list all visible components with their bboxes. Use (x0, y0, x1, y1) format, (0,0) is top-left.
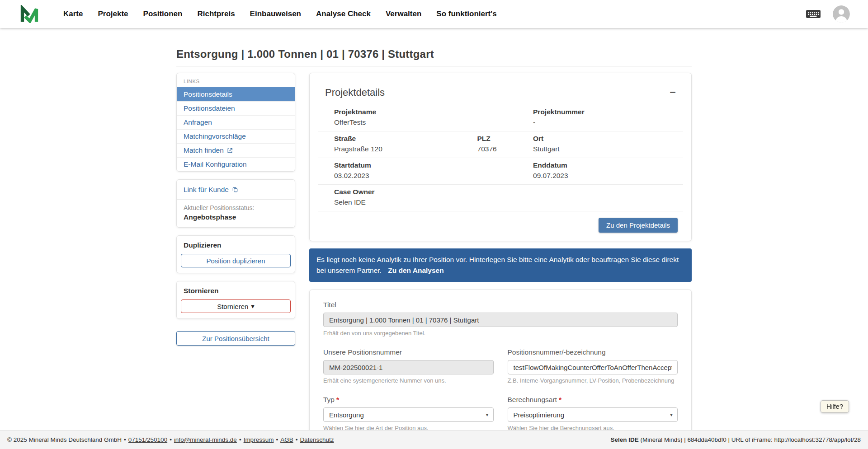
field-value: - (533, 118, 683, 126)
sidebar-links-card: LINKS Positionsdetails Positionsdateien … (176, 73, 295, 172)
sidebar-item-match-finden[interactable]: Match finden (177, 143, 295, 157)
positionsnummer-helper: Erhält eine systemgenerierte Nummer von … (323, 377, 494, 384)
bezeichnung-label: Positionsnummer/-bezeichnung (508, 348, 678, 356)
footer-left: © 2025 Mineral Minds Deutschland GmbH • … (7, 436, 334, 443)
field-value: Selen IDE (334, 198, 477, 206)
copyright-text: © 2025 Mineral Minds Deutschland GmbH (7, 436, 122, 443)
cancel-header: Stornieren (184, 287, 288, 295)
mineral-minds-logo[interactable] (20, 5, 39, 23)
separator: • (170, 436, 172, 443)
position-overview-button[interactable]: Zur Positionsübersicht (176, 331, 295, 346)
customer-link-label: Link für Kunde (184, 186, 229, 194)
sidebar-item-email-konfiguration[interactable]: E-Mail Konfiguration (177, 157, 295, 171)
sidebar-item-label: Match finden (184, 146, 224, 154)
main-nav: Karte Projekte Positionen Richtpreis Ein… (63, 9, 497, 19)
external-link-icon (227, 148, 233, 154)
nav-item-projekte[interactable]: Projekte (98, 9, 128, 19)
chevron-down-icon: ▾ (670, 412, 673, 418)
phone-link[interactable]: 07151/250100 (128, 436, 167, 443)
main-column: Projektdetails − Projektname OfferTests … (309, 73, 692, 449)
nav-item-richtpreis[interactable]: Richtpreis (197, 9, 235, 19)
titel-input (323, 313, 678, 327)
cancel-button-label: Stornieren (217, 303, 248, 310)
nav-item-karte[interactable]: Karte (63, 9, 83, 19)
separator: • (296, 436, 298, 443)
positionsnummer-label: Unsere Positionsnummer (323, 348, 494, 356)
email-link[interactable]: info@mineral-minds.de (174, 436, 237, 443)
bezeichnung-helper: Z.B. Interne-Vorgangsnummer, LV-Position… (508, 377, 678, 384)
left-sidebar: LINKS Positionsdetails Positionsdateien … (176, 73, 295, 346)
chevron-down-icon: ▾ (251, 302, 255, 310)
customer-link[interactable]: Link für Kunde (184, 186, 238, 194)
avatar[interactable] (833, 5, 850, 23)
chevron-down-icon: ▾ (486, 412, 488, 418)
nav-item-so-funktionierts[interactable]: So funktioniert's (436, 9, 496, 19)
position-form-card: Titel Erhält den von uns vorgegebenen Ti… (309, 290, 692, 449)
field-label: Straße (334, 135, 477, 143)
sidebar-item-positionsdateien[interactable]: Positionsdateien (177, 101, 295, 115)
banner-text: Es liegt noch keine Analytik zu Ihrer Po… (316, 256, 679, 274)
position-status-card: Link für Kunde Aktueller Positionsstatus… (176, 179, 295, 228)
field-label: Ort (533, 135, 683, 143)
titel-helper: Erhält den von uns vorgegebenen Titel. (323, 330, 678, 337)
m-logo-icon (20, 5, 39, 23)
field-label: Case Owner (334, 188, 477, 196)
project-row: Projektname OfferTests Projektnummer - (318, 105, 683, 131)
project-row: Startdatum 03.02.2023 Enddatum 09.07.202… (318, 158, 683, 185)
datenschutz-link[interactable]: Datenschutz (300, 436, 334, 443)
titel-label: Titel (323, 301, 678, 309)
field-label: Projektnummer (533, 108, 683, 116)
field-value: Stuttgart (533, 145, 683, 153)
title-divider (176, 66, 692, 66)
field-value: OfferTests (334, 118, 477, 126)
analytics-banner: Es liegt noch keine Analytik zu Ihrer Po… (309, 248, 692, 282)
collapse-button[interactable]: − (668, 87, 678, 98)
cancel-card: Stornieren Stornieren ▾ (176, 281, 295, 319)
help-button[interactable]: Hilfe? (821, 400, 849, 413)
sidebar-item-positionsdetails[interactable]: Positionsdetails (177, 87, 295, 101)
sidebar-item-anfragen[interactable]: Anfragen (177, 115, 295, 129)
impressum-link[interactable]: Impressum (244, 436, 274, 443)
project-row: Case Owner Selen IDE (318, 185, 683, 211)
status-badge: Angebotsphase (184, 213, 288, 221)
required-marker: * (336, 396, 339, 403)
analyses-link[interactable]: Zu den Analysen (388, 267, 443, 274)
project-fields: Projektname OfferTests Projektnummer - S… (318, 105, 683, 211)
navbar-right (806, 5, 850, 23)
project-details-card: Projektdetails − Projektname OfferTests … (309, 73, 692, 241)
status-label: Aktueller Positionsstatus: (184, 204, 288, 211)
nav-item-verwalten[interactable]: Verwalten (386, 9, 421, 19)
nav-item-positionen[interactable]: Positionen (143, 9, 183, 19)
sidebar-item-matchingvorschlaege[interactable]: Matchingvorschläge (177, 129, 295, 143)
project-row: Straße Pragstraße 120 PLZ 70376 Ort Stut… (318, 131, 683, 158)
bezeichnung-input[interactable] (508, 360, 678, 374)
keyboard-icon[interactable] (806, 9, 821, 19)
sidebar-item-label: Positionsdetails (184, 90, 232, 98)
separator: • (124, 436, 126, 443)
field-value: 09.07.2023 (533, 172, 683, 180)
copy-icon (232, 187, 238, 193)
berechnungsart-select[interactable]: Preisoptimierung ▾ (508, 407, 678, 422)
field-value: Pragstraße 120 (334, 145, 477, 153)
agb-link[interactable]: AGB (280, 436, 293, 443)
footer-session-info: Selen IDE (Mineral Minds) | 684dda40bdf0… (610, 436, 861, 443)
separator: • (239, 436, 241, 443)
cancel-button[interactable]: Stornieren ▾ (181, 299, 291, 313)
duplicate-card: Duplizieren Position duplizieren (176, 235, 295, 273)
duplicate-position-button[interactable]: Position duplizieren (181, 254, 291, 267)
page-content: Entsorgung | 1.000 Tonnen | 01 | 70376 |… (176, 28, 692, 449)
footer: © 2025 Mineral Minds Deutschland GmbH • … (0, 430, 868, 449)
sidebar-item-label: Anfragen (184, 118, 212, 126)
project-details-title: Projektdetails (325, 87, 385, 98)
field-value: 70376 (477, 145, 533, 153)
project-details-button[interactable]: Zu den Projektdetails (599, 218, 678, 233)
footer-user: Selen IDE (610, 436, 638, 443)
nav-item-analyse-check[interactable]: Analyse Check (316, 9, 371, 19)
person-icon (833, 5, 850, 23)
sidebar-item-label: Matchingvorschläge (184, 132, 246, 140)
nav-item-einbauweisen[interactable]: Einbauweisen (250, 9, 301, 19)
typ-select[interactable]: Entsorgung ▾ (323, 407, 494, 422)
required-marker: * (559, 396, 561, 403)
footer-session-details: (Mineral Minds) | 684dda40bdf0 | URL of … (639, 436, 861, 443)
top-navbar: Karte Projekte Positionen Richtpreis Ein… (0, 0, 868, 28)
